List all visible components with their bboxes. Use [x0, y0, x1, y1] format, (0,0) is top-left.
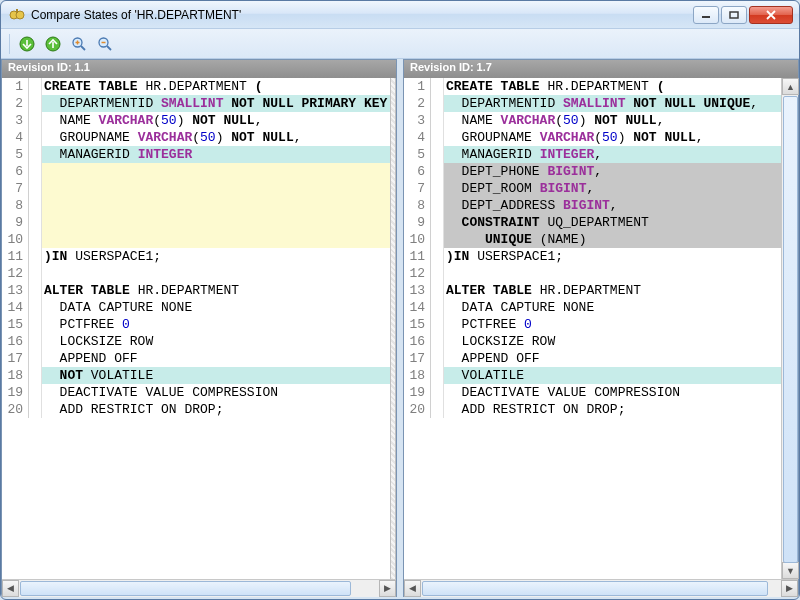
- code-text: CONSTRAINT UQ_DEPARTMENT: [444, 214, 781, 231]
- line-number: 14: [404, 299, 431, 316]
- code-line[interactable]: 20 ADD RESTRICT ON DROP;: [404, 401, 781, 418]
- code-text: DEPARTMENTID SMALLINT NOT NULL PRIMARY K…: [42, 95, 390, 112]
- code-line[interactable]: 5 MANAGERID INTEGER: [2, 146, 390, 163]
- prev-diff-icon[interactable]: [42, 33, 64, 55]
- vscroll-thumb[interactable]: [783, 96, 798, 563]
- code-text: ALTER TABLE HR.DEPARTMENT: [42, 282, 390, 299]
- code-line[interactable]: 16 LOCKSIZE ROW: [404, 333, 781, 350]
- line-number: 12: [2, 265, 29, 282]
- code-text: [42, 265, 390, 282]
- code-line[interactable]: 9: [2, 214, 390, 231]
- code-line[interactable]: 12: [404, 265, 781, 282]
- scroll-left-icon[interactable]: ◀: [2, 580, 19, 597]
- code-line[interactable]: 18 VOLATILE: [404, 367, 781, 384]
- scroll-right-icon[interactable]: ▶: [379, 580, 396, 597]
- code-line[interactable]: 17 APPEND OFF: [2, 350, 390, 367]
- svg-rect-3: [702, 16, 710, 18]
- right-hscroll[interactable]: ◀ ▶: [404, 579, 798, 596]
- scroll-down-icon[interactable]: ▼: [782, 562, 799, 579]
- code-line[interactable]: 14 DATA CAPTURE NONE: [2, 299, 390, 316]
- code-line[interactable]: 8: [2, 197, 390, 214]
- code-line[interactable]: 14 DATA CAPTURE NONE: [404, 299, 781, 316]
- code-text: DEPT_ROOM BIGINT,: [444, 180, 781, 197]
- right-vscroll[interactable]: ▲ ▼: [781, 78, 798, 579]
- svg-rect-4: [730, 12, 738, 18]
- code-line[interactable]: 10: [2, 231, 390, 248]
- code-line[interactable]: 19 DEACTIVATE VALUE COMPRESSION: [2, 384, 390, 401]
- code-line[interactable]: 2 DEPARTMENTID SMALLINT NOT NULL PRIMARY…: [2, 95, 390, 112]
- toolbar-separator: [9, 34, 10, 54]
- code-line[interactable]: 15 PCTFREE 0: [2, 316, 390, 333]
- zoom-in-icon[interactable]: [68, 33, 90, 55]
- code-text: NAME VARCHAR(50) NOT NULL,: [42, 112, 390, 129]
- code-line[interactable]: 7: [2, 180, 390, 197]
- code-line[interactable]: 4 GROUPNAME VARCHAR(50) NOT NULL,: [2, 129, 390, 146]
- code-line[interactable]: 11)IN USERSPACE1;: [404, 248, 781, 265]
- code-line[interactable]: 20 ADD RESTRICT ON DROP;: [2, 401, 390, 418]
- maximize-button[interactable]: [721, 6, 747, 24]
- code-line[interactable]: 13ALTER TABLE HR.DEPARTMENT: [404, 282, 781, 299]
- hscroll-thumb[interactable]: [20, 581, 351, 596]
- fold-gutter: [29, 197, 42, 214]
- code-text: CREATE TABLE HR.DEPARTMENT (: [444, 78, 781, 95]
- line-number: 16: [404, 333, 431, 350]
- code-text: GROUPNAME VARCHAR(50) NOT NULL,: [444, 129, 781, 146]
- line-number: 20: [2, 401, 29, 418]
- titlebar[interactable]: Compare States of 'HR.DEPARTMENT': [1, 1, 799, 29]
- code-line[interactable]: 6 DEPT_PHONE BIGINT,: [404, 163, 781, 180]
- code-line[interactable]: 8 DEPT_ADDRESS BIGINT,: [404, 197, 781, 214]
- line-number: 18: [404, 367, 431, 384]
- code-line[interactable]: 10 UNIQUE (NAME): [404, 231, 781, 248]
- code-text: CREATE TABLE HR.DEPARTMENT (: [42, 78, 390, 95]
- fold-gutter: [431, 333, 444, 350]
- line-number: 6: [404, 163, 431, 180]
- line-number: 15: [2, 316, 29, 333]
- code-line[interactable]: 19 DEACTIVATE VALUE COMPRESSION: [404, 384, 781, 401]
- next-diff-icon[interactable]: [16, 33, 38, 55]
- code-line[interactable]: 2 DEPARTMENTID SMALLINT NOT NULL UNIQUE,: [404, 95, 781, 112]
- code-line[interactable]: 5 MANAGERID INTEGER,: [404, 146, 781, 163]
- code-line[interactable]: 17 APPEND OFF: [404, 350, 781, 367]
- close-button[interactable]: [749, 6, 793, 24]
- code-line[interactable]: 7 DEPT_ROOM BIGINT,: [404, 180, 781, 197]
- diff-overview-strip[interactable]: [390, 78, 396, 579]
- fold-gutter: [431, 265, 444, 282]
- hscroll-thumb[interactable]: [422, 581, 768, 596]
- code-text: DEPARTMENTID SMALLINT NOT NULL UNIQUE,: [444, 95, 781, 112]
- scroll-up-icon[interactable]: ▲: [782, 78, 799, 95]
- line-number: 13: [404, 282, 431, 299]
- code-line[interactable]: 11)IN USERSPACE1;: [2, 248, 390, 265]
- code-line[interactable]: 16 LOCKSIZE ROW: [2, 333, 390, 350]
- code-line[interactable]: 3 NAME VARCHAR(50) NOT NULL,: [2, 112, 390, 129]
- code-text: UNIQUE (NAME): [444, 231, 781, 248]
- left-editor[interactable]: 1CREATE TABLE HR.DEPARTMENT (2 DEPARTMEN…: [2, 78, 390, 579]
- code-line[interactable]: 3 NAME VARCHAR(50) NOT NULL,: [404, 112, 781, 129]
- code-text: DEACTIVATE VALUE COMPRESSION: [444, 384, 781, 401]
- fold-gutter: [431, 282, 444, 299]
- fold-gutter: [29, 265, 42, 282]
- zoom-out-icon[interactable]: [94, 33, 116, 55]
- code-line[interactable]: 18 NOT VOLATILE: [2, 367, 390, 384]
- left-hscroll[interactable]: ◀ ▶: [2, 579, 396, 596]
- right-editor[interactable]: 1CREATE TABLE HR.DEPARTMENT (2 DEPARTMEN…: [404, 78, 781, 579]
- code-text: MANAGERID INTEGER,: [444, 146, 781, 163]
- minimize-button[interactable]: [693, 6, 719, 24]
- code-line[interactable]: 12: [2, 265, 390, 282]
- fold-gutter: [29, 384, 42, 401]
- scroll-left-icon[interactable]: ◀: [404, 580, 421, 597]
- code-text: MANAGERID INTEGER: [42, 146, 390, 163]
- code-line[interactable]: 9 CONSTRAINT UQ_DEPARTMENT: [404, 214, 781, 231]
- line-number: 1: [404, 78, 431, 95]
- code-line[interactable]: 1CREATE TABLE HR.DEPARTMENT (: [2, 78, 390, 95]
- code-line[interactable]: 15 PCTFREE 0: [404, 316, 781, 333]
- code-line[interactable]: 1CREATE TABLE HR.DEPARTMENT (: [404, 78, 781, 95]
- fold-gutter: [29, 350, 42, 367]
- code-line[interactable]: 13ALTER TABLE HR.DEPARTMENT: [2, 282, 390, 299]
- code-line[interactable]: 6: [2, 163, 390, 180]
- fold-gutter: [29, 129, 42, 146]
- code-line[interactable]: 4 GROUPNAME VARCHAR(50) NOT NULL,: [404, 129, 781, 146]
- line-number: 11: [404, 248, 431, 265]
- line-number: 3: [2, 112, 29, 129]
- scroll-right-icon[interactable]: ▶: [781, 580, 798, 597]
- svg-line-12: [107, 46, 111, 50]
